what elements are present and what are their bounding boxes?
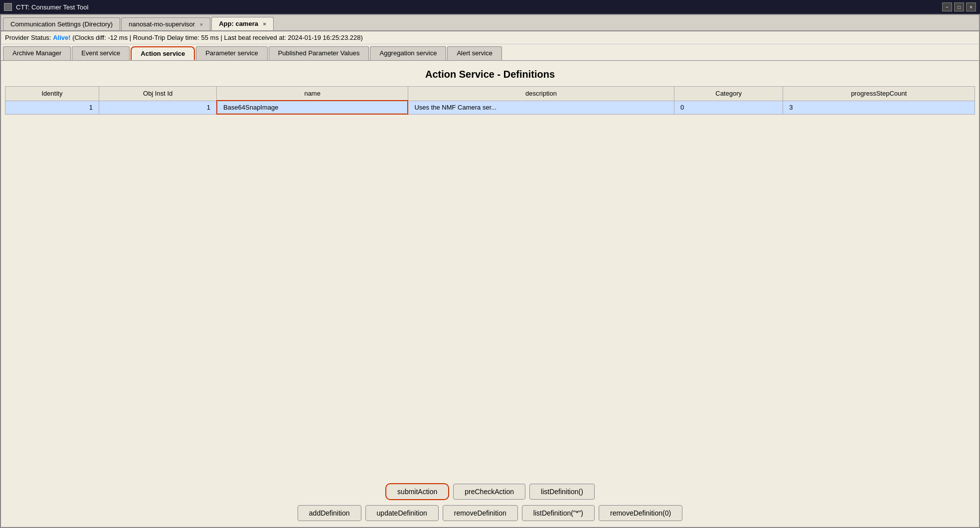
main-window: Communication Settings (Directory) nanos… bbox=[0, 14, 980, 528]
tab-nanosat-close[interactable]: × bbox=[200, 21, 203, 27]
service-tab-bar: Archive Manager Event service Action ser… bbox=[1, 44, 979, 61]
col-identity: Identity bbox=[5, 87, 99, 101]
content-area: Action Service - Definitions Identity Ob… bbox=[1, 61, 979, 527]
list-definition-button[interactable]: listDefinition() bbox=[529, 484, 595, 500]
service-tab-alert[interactable]: Alert service bbox=[447, 46, 502, 60]
remove-definition-0-button[interactable]: removeDefinition(0) bbox=[599, 505, 682, 521]
bottom-area: submitAction preCheckAction listDefiniti… bbox=[1, 477, 979, 527]
status-details: (Clocks diff: -12 ms | Round-Trip Delay … bbox=[72, 34, 363, 41]
title-bar: CTT: Consumer Test Tool − □ × bbox=[0, 0, 980, 14]
service-tab-aggregation[interactable]: Aggregation service bbox=[370, 46, 446, 60]
cell-name: Base64SnapImage bbox=[217, 101, 408, 114]
status-bar: Provider Status: Alive! (Clocks diff: -1… bbox=[1, 31, 979, 44]
section-title: Action Service - Definitions bbox=[1, 61, 979, 86]
button-row-1: submitAction preCheckAction listDefiniti… bbox=[385, 483, 595, 500]
cell-obj-inst-id: 1 bbox=[99, 101, 217, 114]
top-tab-bar: Communication Settings (Directory) nanos… bbox=[1, 15, 979, 31]
pre-check-action-button[interactable]: preCheckAction bbox=[453, 484, 525, 500]
window-title: CTT: Consumer Test Tool bbox=[16, 3, 88, 11]
cell-progress-step-count: 3 bbox=[783, 101, 975, 114]
close-button[interactable]: × bbox=[966, 2, 976, 11]
col-obj-inst-id: Obj Inst Id bbox=[99, 87, 217, 101]
service-tab-published[interactable]: Published Parameter Values bbox=[269, 46, 369, 60]
col-description: description bbox=[408, 87, 674, 101]
add-definition-button[interactable]: addDefinition bbox=[298, 505, 361, 521]
table-header-row: Identity Obj Inst Id name description Ca… bbox=[5, 87, 975, 101]
tab-nanosat[interactable]: nanosat-mo-supervisor × bbox=[121, 17, 210, 30]
list-definition-star-button[interactable]: listDefinition("*") bbox=[522, 505, 595, 521]
col-name: name bbox=[217, 87, 408, 101]
status-alive: Alive! bbox=[53, 34, 70, 41]
cell-category: 0 bbox=[674, 101, 783, 114]
title-bar-left: CTT: Consumer Test Tool bbox=[4, 3, 88, 11]
cell-identity: 1 bbox=[5, 101, 99, 114]
service-tab-parameter[interactable]: Parameter service bbox=[196, 46, 267, 60]
title-bar-controls: − □ × bbox=[942, 2, 976, 11]
definitions-table: Identity Obj Inst Id name description Ca… bbox=[5, 86, 975, 115]
remove-definition-button[interactable]: removeDefinition bbox=[443, 505, 518, 521]
status-prefix: Provider Status: bbox=[5, 34, 51, 41]
table-row[interactable]: 1 1 Base64SnapImage Uses the NMF Camera … bbox=[5, 101, 975, 114]
submit-action-button[interactable]: submitAction bbox=[385, 483, 449, 500]
service-tab-event[interactable]: Event service bbox=[72, 46, 130, 60]
service-tab-archive[interactable]: Archive Manager bbox=[3, 46, 71, 60]
service-tab-action[interactable]: Action service bbox=[131, 46, 195, 60]
cell-description: Uses the NMF Camera ser... bbox=[408, 101, 674, 114]
col-progress-step-count: progressStepCount bbox=[783, 87, 975, 101]
button-row-2: addDefinition updateDefinition removeDef… bbox=[298, 505, 682, 521]
maximize-button[interactable]: □ bbox=[954, 2, 964, 11]
table-container: Identity Obj Inst Id name description Ca… bbox=[1, 86, 979, 477]
tab-comm-settings[interactable]: Communication Settings (Directory) bbox=[3, 17, 120, 30]
tab-camera-close[interactable]: × bbox=[263, 21, 266, 27]
update-definition-button[interactable]: updateDefinition bbox=[365, 505, 439, 521]
app-icon bbox=[4, 3, 12, 11]
minimize-button[interactable]: − bbox=[942, 2, 952, 11]
tab-camera[interactable]: App: camera × bbox=[211, 17, 274, 30]
col-category: Category bbox=[674, 87, 783, 101]
